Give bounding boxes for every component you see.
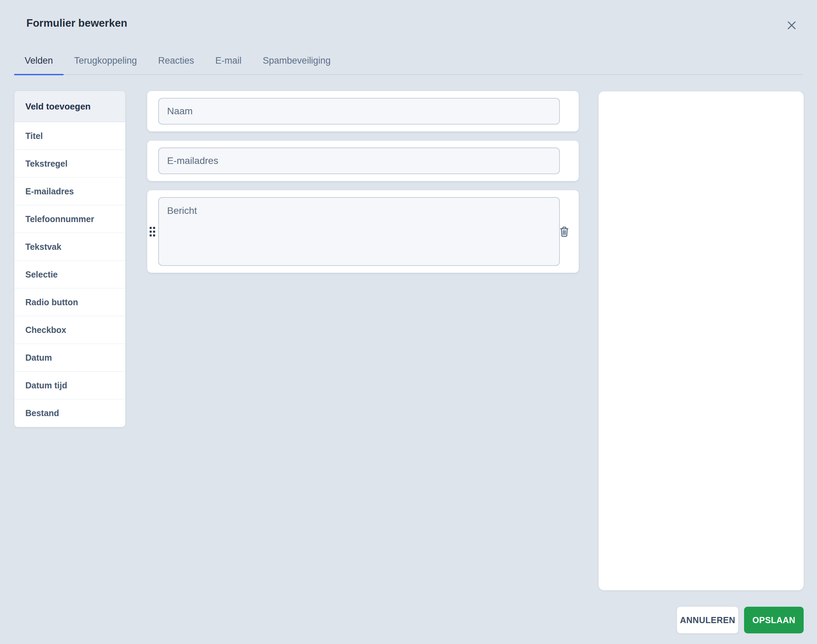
tab-terugkoppeling[interactable]: Terugkoppeling — [64, 50, 147, 74]
field-card-bericht — [147, 190, 579, 273]
sidebar-item-radio-button[interactable]: Radio button — [14, 288, 125, 316]
field-palette-list: TitelTekstregelE-mailadresTelefoonnummer… — [14, 122, 125, 427]
close-icon — [786, 20, 797, 31]
tab-bar: VeldenTerugkoppelingReactiesE-mailSpambe… — [14, 50, 803, 75]
sidebar-item-checkbox[interactable]: Checkbox — [14, 316, 125, 344]
cancel-button[interactable]: ANNULEREN — [677, 607, 738, 633]
sidebar-item-tekstregel[interactable]: Tekstregel — [14, 150, 125, 178]
sidebar-item-titel[interactable]: Titel — [14, 122, 125, 150]
save-button[interactable]: OPSLAAN — [744, 607, 804, 633]
tab-e-mail[interactable]: E-mail — [205, 50, 252, 74]
sidebar-item-selectie[interactable]: Selectie — [14, 261, 125, 288]
preview-panel — [599, 91, 804, 590]
delete-field-button[interactable] — [558, 225, 570, 239]
close-button[interactable] — [783, 17, 800, 34]
drag-handle-icon[interactable] — [150, 227, 155, 236]
form-canvas — [147, 91, 579, 282]
page-title: Formulier bewerken — [26, 17, 127, 29]
sidebar-item-telefoonnummer[interactable]: Telefoonnummer — [14, 205, 125, 233]
tab-velden[interactable]: Velden — [14, 50, 64, 74]
field-input-naam[interactable] — [158, 98, 560, 124]
sidebar-item-tekstvak[interactable]: Tekstvak — [14, 233, 125, 261]
field-input-bericht[interactable] — [158, 197, 560, 266]
sidebar-item-e-mailadres[interactable]: E-mailadres — [14, 178, 125, 205]
field-input-e-mailadres[interactable] — [158, 147, 560, 174]
tab-spambeveiliging[interactable]: Spambeveiliging — [252, 50, 341, 74]
field-palette-header: Veld toevoegen — [14, 91, 125, 122]
field-card-naam — [147, 91, 579, 131]
field-palette: Veld toevoegen TitelTekstregelE-mailadre… — [14, 91, 125, 427]
trash-icon — [559, 226, 570, 238]
sidebar-item-bestand[interactable]: Bestand — [14, 399, 125, 427]
sidebar-item-datum[interactable]: Datum — [14, 344, 125, 372]
sidebar-item-datum-tijd[interactable]: Datum tijd — [14, 372, 125, 399]
field-card-e-mailadres — [147, 141, 579, 181]
tab-reacties[interactable]: Reacties — [147, 50, 205, 74]
